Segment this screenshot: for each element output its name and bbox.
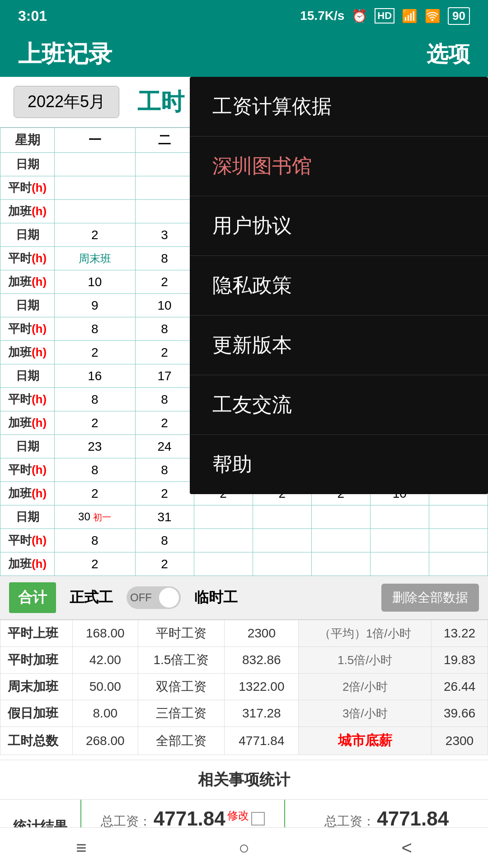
normal-label: 平时(h) bbox=[0, 176, 55, 200]
per-hour: 13.22 bbox=[431, 620, 488, 647]
stats-total-before: 总工资： 4771.84 修改 bbox=[101, 807, 264, 830]
work-time-label: 工时 bbox=[137, 86, 184, 118]
weekday-mon: 一 bbox=[55, 128, 136, 153]
summary-table: 平时上班 168.00 平时工资 2300 （平均）1倍/小时 13.22 平时… bbox=[0, 620, 488, 755]
weekday-label: 星期 bbox=[0, 128, 55, 153]
summary-title: 合计 bbox=[9, 582, 56, 613]
wifi-icon: 🛜 bbox=[425, 9, 441, 24]
bottom-nav: ≡ ○ < bbox=[0, 827, 488, 868]
table-row: 日期 30 初一 31 bbox=[0, 505, 488, 529]
before-label: 总工资： bbox=[101, 814, 151, 828]
stats-section-title: 相关事项统计 bbox=[0, 760, 488, 800]
nav-home-button[interactable]: ○ bbox=[239, 838, 249, 858]
signal-icon: 📶 bbox=[402, 9, 418, 24]
edit-checkbox[interactable] bbox=[251, 812, 265, 826]
summary-hours: 168.00 bbox=[73, 620, 138, 647]
formal-temp-toggle[interactable]: OFF bbox=[127, 586, 181, 609]
city-wage-label: 城市底薪 bbox=[338, 733, 392, 748]
month-selector[interactable]: 2022年5月 bbox=[14, 86, 119, 118]
table-row: 加班(h) 22 bbox=[0, 552, 488, 576]
status-bar: 3:01 15.7K/s ⏰ HD 📶 🛜 90 bbox=[0, 0, 488, 32]
summary-section: 合计 正式工 OFF 临时工 删除全部数据 平时上班 168.00 平时工资 2… bbox=[0, 576, 488, 755]
summary-row-4: 假日加班 8.00 三倍工资 317.28 3倍/小时 39.66 bbox=[0, 700, 488, 727]
dropdown-item-wage-basis[interactable]: 工资计算依据 bbox=[190, 77, 488, 137]
rate-label: （平均）1倍/小时 bbox=[299, 620, 432, 647]
summary-row-total: 工时总数 268.00 全部工资 4771.84 城市底薪 2300 bbox=[0, 727, 488, 755]
worker-type-formal: 正式工 bbox=[70, 588, 113, 608]
toggle-off-label: OFF bbox=[130, 591, 152, 604]
status-right: 15.7K/s ⏰ HD 📶 🛜 90 bbox=[300, 7, 470, 25]
overtime-label: 加班(h) bbox=[0, 200, 55, 223]
toggle-knob bbox=[159, 588, 179, 608]
after-label: 总工资： bbox=[324, 814, 375, 828]
nav-menu-button[interactable]: ≡ bbox=[76, 838, 86, 858]
options-button[interactable]: 选项 bbox=[427, 40, 470, 69]
stats-total-after: 总工资： 4771.84 bbox=[324, 807, 449, 830]
dropdown-item-user-agreement[interactable]: 用户协议 bbox=[190, 196, 488, 256]
battery-icon: 90 bbox=[448, 7, 470, 25]
dropdown-item-shenzhen-library[interactable]: 深圳图书馆 bbox=[190, 137, 488, 196]
summary-row-2: 平时加班 42.00 1.5倍工资 832.86 1.5倍/小时 19.83 bbox=[0, 647, 488, 674]
edit-badge[interactable]: 修改 bbox=[227, 809, 249, 821]
worker-type-temp: 临时工 bbox=[194, 588, 238, 608]
summary-label: 平时上班 bbox=[0, 620, 73, 647]
summary-toggle-row: 合计 正式工 OFF 临时工 删除全部数据 bbox=[0, 576, 488, 620]
status-time: 3:01 bbox=[18, 8, 47, 24]
table-row: 平时(h) 88 bbox=[0, 529, 488, 552]
dropdown-item-privacy-policy[interactable]: 隐私政策 bbox=[190, 256, 488, 316]
summary-row-1: 平时上班 168.00 平时工资 2300 （平均）1倍/小时 13.22 bbox=[0, 620, 488, 647]
network-speed: 15.7K/s bbox=[300, 9, 344, 23]
wage-amount: 2300 bbox=[225, 620, 299, 647]
nav-back-button[interactable]: < bbox=[401, 838, 412, 858]
date-label: 日期 bbox=[0, 153, 55, 176]
app-header: 上班记录 选项 bbox=[0, 32, 488, 77]
summary-row-3: 周末加班 50.00 双倍工资 1322.00 2倍/小时 26.44 bbox=[0, 674, 488, 700]
before-value: 4771.84 bbox=[154, 807, 225, 830]
alarm-icon: ⏰ bbox=[352, 9, 367, 24]
wage-label: 平时工资 bbox=[138, 620, 225, 647]
options-dropdown: 工资计算依据 深圳图书馆 用户协议 隐私政策 更新版本 工友交流 帮助 bbox=[190, 77, 488, 494]
dropdown-item-help[interactable]: 帮助 bbox=[190, 435, 488, 494]
page-title: 上班记录 bbox=[18, 38, 112, 70]
dropdown-item-update-version[interactable]: 更新版本 bbox=[190, 316, 488, 375]
delete-all-button[interactable]: 删除全部数据 bbox=[381, 584, 479, 612]
after-value: 4771.84 bbox=[377, 807, 449, 830]
dropdown-item-worker-exchange[interactable]: 工友交流 bbox=[190, 375, 488, 435]
weekday-tue: 二 bbox=[135, 128, 194, 153]
hd-icon: HD bbox=[375, 8, 394, 24]
